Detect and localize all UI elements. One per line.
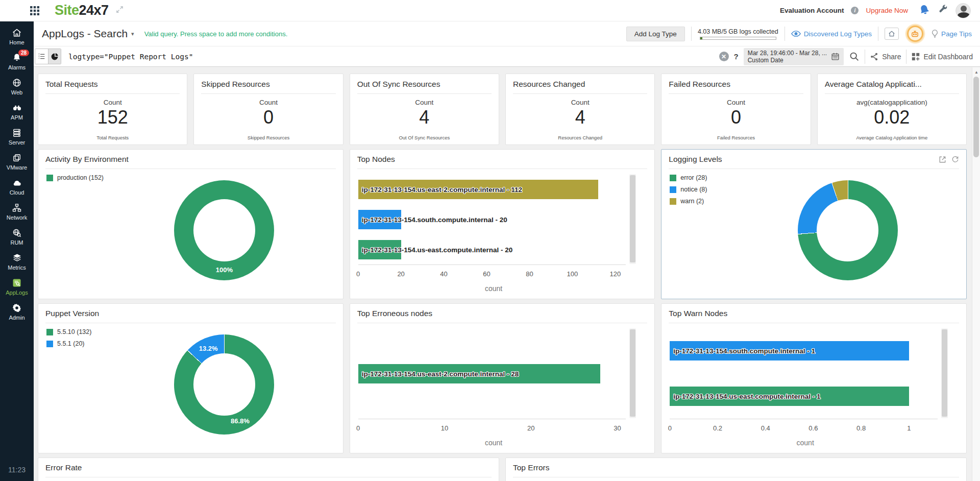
- stat-title: Out Of Sync Resources: [357, 80, 492, 89]
- widget-top-errors: Top Errors: [505, 458, 967, 481]
- notifications-bell-icon[interactable]: [918, 4, 930, 18]
- axis-tick: 0.2: [713, 424, 722, 432]
- add-log-type-button[interactable]: Add Log Type: [626, 27, 685, 41]
- sidebar-item-rum[interactable]: RUM: [0, 224, 34, 249]
- expand-icon[interactable]: [116, 6, 124, 15]
- search-icon: [849, 51, 860, 62]
- slice-label: 86.8%: [231, 417, 250, 424]
- dashboard-home-button[interactable]: [885, 28, 899, 40]
- avatar[interactable]: [955, 3, 971, 18]
- stat-value: 152: [45, 107, 180, 128]
- sidebar-item-label: Network: [7, 214, 27, 221]
- edit-dashboard-button[interactable]: Edit Dashboard: [912, 53, 973, 61]
- stat-title: Resources Changed: [513, 80, 647, 89]
- logo-24x7: 24x7: [79, 3, 109, 18]
- sidebar-clock: 11:23: [8, 466, 26, 474]
- sidebar-item-server[interactable]: Server: [0, 124, 34, 149]
- sidebar-item-home[interactable]: Home: [0, 24, 34, 49]
- sidebar-item-applogs[interactable]: AppLogs: [0, 274, 34, 299]
- stat-title: Total Requests: [45, 80, 180, 89]
- bar-label: ip-172-31-13-154.us-east-2.compute.inter…: [362, 185, 522, 193]
- divider: [865, 50, 865, 64]
- sidebar-item-web[interactable]: Web: [0, 74, 34, 99]
- home-icon: [12, 28, 22, 38]
- stat-title: Average Catalog Applicati...: [825, 80, 959, 89]
- slice-label: 13.2%: [199, 345, 218, 352]
- legend-item[interactable]: production (152): [46, 174, 104, 181]
- widget-title: Top Nodes: [357, 155, 395, 164]
- legend-item[interactable]: warn (2): [670, 198, 707, 205]
- bar-row: ip-172-31-13-154.us-east-2.compute.inter…: [358, 180, 626, 199]
- activity-donut-chart[interactable]: 100%: [174, 180, 274, 280]
- edit-dashboard-icon: [912, 53, 920, 61]
- sidebar-item-label: Admin: [9, 315, 24, 321]
- bar-row: ip-172-31-13-154.us-east-2.compute.inter…: [358, 364, 626, 383]
- sidebar-nav: Home 28 Alarms Web APM Server VMware Clo…: [0, 21, 34, 481]
- top-bar: Site24x7 Evaluation Account i Upgrade No…: [0, 0, 980, 21]
- axis-tick: 0: [356, 270, 360, 278]
- search-controls: ✕ ? Mar 28, 19:46:00 - Mar 28, ... Custo…: [719, 48, 980, 65]
- bar-row: ip-172-31-13-154.south.compute.internal …: [358, 210, 626, 229]
- saved-search-button[interactable]: [35, 49, 48, 64]
- chevron-down-icon[interactable]: ▾: [131, 31, 134, 37]
- sidebar-item-alarms[interactable]: 28 Alarms: [0, 49, 34, 74]
- run-search-button[interactable]: [849, 51, 860, 62]
- sidebar-item-apm[interactable]: APM: [0, 99, 34, 124]
- share-button[interactable]: Share: [870, 53, 901, 61]
- legend-label: 5.5.10 (132): [57, 328, 91, 335]
- legend-item[interactable]: notice (8): [670, 186, 707, 193]
- assistant-bot-icon[interactable]: [905, 23, 925, 44]
- upgrade-now-link[interactable]: Upgrade Now: [866, 7, 908, 14]
- app-grid-icon[interactable]: [28, 4, 41, 17]
- slice-label: 100%: [216, 266, 233, 274]
- page-tips-link[interactable]: Page Tips: [932, 30, 972, 38]
- top-erroneous-bar-chart: ip-172-31-13-154.us-east-2.compute.inter…: [357, 323, 648, 448]
- legend-swatch: [46, 329, 53, 335]
- date-range-picker[interactable]: Mar 28, 19:46:00 - Mar 28, ... Custom Da…: [744, 48, 844, 65]
- stat-title: Failed Resources: [669, 80, 803, 89]
- legend-item[interactable]: 5.5.1 (20): [46, 340, 91, 347]
- sidebar-item-cloud[interactable]: Cloud: [0, 174, 34, 199]
- page-title[interactable]: AppLogs - Search: [42, 28, 128, 40]
- puppet-version-donut-chart[interactable]: 86.8%13.2%: [174, 334, 274, 435]
- stat-value: 4: [357, 107, 492, 128]
- chart-scrollbar[interactable]: [629, 174, 636, 264]
- bar-label: ip-172-31-13-154.south.compute.internal …: [673, 347, 815, 355]
- axis-tick: 30: [614, 424, 621, 432]
- date-range-mode: Custom Date: [748, 57, 827, 64]
- topbar-right: Evaluation Account i Upgrade Now: [780, 3, 980, 18]
- stat-metric: Count: [201, 99, 335, 106]
- legend-swatch: [670, 198, 676, 205]
- query-input[interactable]: logtype="Puppet Report Logs": [68, 53, 719, 61]
- discovered-log-types-link[interactable]: Discovered Log Types: [791, 30, 872, 38]
- refresh-icon[interactable]: [951, 156, 959, 163]
- scrollbar-thumb[interactable]: [973, 77, 979, 157]
- chart-scrollbar[interactable]: [629, 328, 636, 418]
- legend-item[interactable]: error (28): [670, 174, 707, 181]
- open-in-new-icon[interactable]: [939, 156, 946, 163]
- stat-card-skipped-resources: Skipped Resources Count 0 Skipped Resour…: [193, 74, 343, 145]
- chart-view-button[interactable]: [48, 49, 61, 64]
- top-nodes-bar-chart: ip-172-31-13-154.us-east-2.compute.inter…: [357, 169, 648, 294]
- query-help-button[interactable]: ?: [734, 52, 739, 61]
- axis-tick: 20: [397, 270, 404, 278]
- legend-item[interactable]: 5.5.10 (132): [46, 328, 91, 335]
- scroll-up-arrow[interactable]: ▲: [974, 70, 978, 75]
- page-scrollbar[interactable]: ▲: [972, 67, 980, 481]
- site24x7-logo[interactable]: Site24x7: [55, 3, 109, 18]
- clear-query-icon[interactable]: ✕: [719, 52, 729, 61]
- sidebar-item-network[interactable]: Network: [0, 199, 34, 224]
- info-icon[interactable]: i: [851, 7, 859, 14]
- chart-scrollbar[interactable]: [941, 328, 948, 418]
- edit-dashboard-label: Edit Dashboard: [923, 53, 973, 61]
- logging-levels-donut-chart[interactable]: [798, 180, 898, 280]
- sidebar-item-metrics[interactable]: Metrics: [0, 249, 34, 274]
- legend-swatch: [670, 175, 676, 181]
- sidebar-item-vmware[interactable]: VMware: [0, 149, 34, 174]
- wrench-icon[interactable]: [938, 4, 948, 17]
- bar-label: ip-172-31-13-154.us-east-2.compute.inter…: [362, 370, 519, 377]
- sidebar-item-admin[interactable]: Admin: [0, 299, 34, 324]
- share-label: Share: [882, 53, 901, 61]
- stat-footer: Resources Changed: [513, 135, 647, 140]
- axis-tick: 0: [668, 424, 672, 432]
